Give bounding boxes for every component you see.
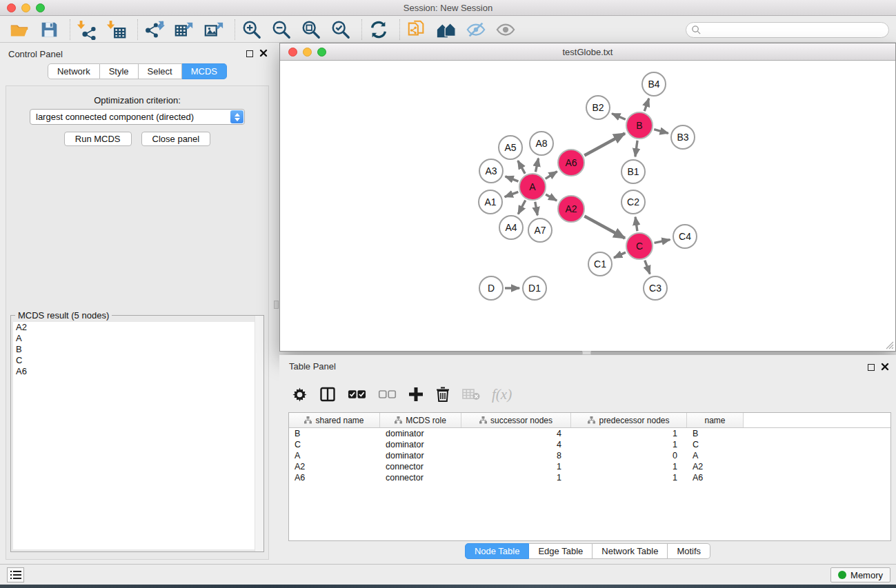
edge-A-A2[interactable]: [546, 194, 557, 201]
tab-motifs[interactable]: Motifs: [668, 543, 710, 559]
edge-A6-B[interactable]: [584, 133, 625, 155]
graph-node-B2[interactable]: B2: [586, 95, 610, 120]
graph-node-C3[interactable]: C3: [643, 276, 668, 301]
memory-button[interactable]: Memory: [830, 567, 890, 582]
zoom-fit-icon[interactable]: [300, 19, 322, 41]
table-row[interactable]: A2connector11A2: [289, 461, 890, 472]
window-resize-grip[interactable]: [886, 341, 894, 349]
deselect-all-checkboxes-icon[interactable]: [378, 389, 397, 399]
graph-node-B3[interactable]: B3: [670, 125, 695, 150]
graph-node-C4[interactable]: C4: [673, 224, 697, 249]
table-row[interactable]: Adominator80A: [289, 450, 890, 461]
add-column-icon[interactable]: [408, 387, 424, 402]
result-scrollbar[interactable]: [255, 316, 263, 551]
close-table-panel-icon[interactable]: [881, 363, 889, 371]
graph-node-B[interactable]: B: [626, 112, 653, 139]
edge-B-B3[interactable]: [654, 130, 668, 134]
mcds-result-item[interactable]: A6: [13, 366, 261, 377]
graph-node-C2[interactable]: C2: [621, 190, 646, 214]
graph-node-A[interactable]: A: [519, 173, 546, 201]
float-panel-icon[interactable]: [246, 50, 253, 57]
select-all-checkboxes-icon[interactable]: [348, 389, 366, 399]
copy-view-icon[interactable]: [406, 19, 428, 41]
graph-node-D1[interactable]: D1: [522, 276, 547, 301]
graph-node-A1[interactable]: A1: [478, 190, 503, 214]
graph-node-A3[interactable]: A3: [479, 159, 504, 183]
column-header-MCDS-role[interactable]: MCDS role: [380, 413, 461, 427]
close-panel-icon[interactable]: [259, 49, 268, 57]
graph-node-B1[interactable]: B1: [621, 159, 646, 184]
float-table-panel-icon[interactable]: [868, 364, 875, 371]
table-settings-gear-icon[interactable]: [292, 387, 308, 403]
show-all-eye-icon[interactable]: [495, 19, 517, 41]
edge-A-A7[interactable]: [535, 202, 537, 216]
tab-mcds[interactable]: MCDS: [182, 63, 227, 79]
search-input[interactable]: [704, 25, 888, 35]
import-table-icon[interactable]: [106, 19, 128, 41]
table-row[interactable]: Cdominator41C: [289, 439, 890, 450]
graph-node-A8[interactable]: A8: [529, 131, 554, 156]
search-field[interactable]: [686, 22, 889, 38]
table-row[interactable]: A6connector11A6: [289, 472, 890, 483]
mcds-result-item[interactable]: A2: [13, 322, 261, 333]
edge-B-B1[interactable]: [635, 141, 637, 156]
zoom-in-icon[interactable]: [241, 19, 263, 41]
graph-node-A6[interactable]: A6: [557, 149, 585, 176]
table-row[interactable]: Bdominator41B: [289, 428, 890, 439]
node-table[interactable]: shared nameMCDS rolesuccessor nodesprede…: [288, 412, 891, 541]
edge-A-A1[interactable]: [505, 192, 519, 196]
mcds-result-item[interactable]: B: [13, 344, 261, 355]
import-network-icon[interactable]: [76, 19, 98, 41]
delete-column-trash-icon[interactable]: [435, 386, 450, 403]
graph-node-B4[interactable]: B4: [641, 72, 666, 97]
open-session-icon[interactable]: [8, 19, 30, 41]
edge-A-A8[interactable]: [535, 159, 538, 172]
edge-C-C3[interactable]: [645, 261, 650, 274]
tab-node-table[interactable]: Node Table: [465, 543, 530, 559]
tab-style[interactable]: Style: [100, 63, 139, 79]
run-mcds-button[interactable]: Run MCDS: [64, 132, 132, 146]
criterion-dropdown[interactable]: largest connected component (directed): [30, 109, 245, 125]
mcds-result-item[interactable]: A: [13, 333, 261, 344]
hide-selected-eye-icon[interactable]: [465, 19, 487, 41]
edge-A2-C[interactable]: [584, 216, 625, 239]
graph-node-A7[interactable]: A7: [528, 218, 552, 243]
tab-network-table[interactable]: Network Table: [593, 543, 668, 559]
export-table-icon[interactable]: [173, 19, 195, 41]
mcds-result-list[interactable]: A2ABCA6: [13, 322, 261, 549]
zoom-selected-icon[interactable]: [330, 19, 352, 41]
edge-A-A3[interactable]: [506, 176, 519, 181]
edge-B-B2[interactable]: [612, 114, 626, 120]
home-icon[interactable]: [435, 19, 457, 41]
export-image-icon[interactable]: [203, 19, 225, 41]
column-header-predecessor-nodes[interactable]: predecessor nodes: [571, 413, 687, 427]
tab-select[interactable]: Select: [139, 63, 182, 79]
edge-C-C4[interactable]: [655, 240, 670, 243]
edge-A-A6[interactable]: [546, 172, 557, 179]
graph-node-A4[interactable]: A4: [499, 215, 524, 240]
refresh-icon[interactable]: [368, 19, 390, 41]
graph-node-A5[interactable]: A5: [498, 135, 523, 160]
edge-C-C2[interactable]: [635, 217, 637, 231]
network-canvas[interactable]: AA1A2A3A4A5A6A7A8BB1B2B3B4CC1C2C3C4DD1: [280, 61, 895, 351]
vertical-split-grabber[interactable]: [274, 301, 279, 309]
graph-node-D[interactable]: D: [479, 276, 504, 301]
column-header-successor-nodes[interactable]: successor nodes: [461, 413, 571, 427]
graph-node-C1[interactable]: C1: [588, 252, 613, 276]
edge-C-C1[interactable]: [614, 252, 626, 258]
edge-A-A5[interactable]: [518, 161, 525, 174]
mcds-result-item[interactable]: C: [13, 355, 261, 366]
zoom-out-icon[interactable]: [270, 19, 292, 41]
export-network-icon[interactable]: [143, 19, 166, 41]
tab-network[interactable]: Network: [48, 63, 100, 79]
column-header-name[interactable]: name: [687, 413, 744, 427]
edge-A-A4[interactable]: [518, 200, 526, 214]
column-header-shared-name[interactable]: shared name: [289, 413, 380, 427]
network-window-titlebar[interactable]: testGlobe.txt: [280, 43, 895, 61]
column-panel-icon[interactable]: [319, 386, 336, 403]
graph-node-C[interactable]: C: [626, 232, 653, 260]
save-session-icon[interactable]: [38, 19, 60, 41]
edge-B-B4[interactable]: [644, 99, 648, 111]
graph-node-A2[interactable]: A2: [557, 195, 585, 223]
task-history-button[interactable]: [7, 567, 24, 582]
